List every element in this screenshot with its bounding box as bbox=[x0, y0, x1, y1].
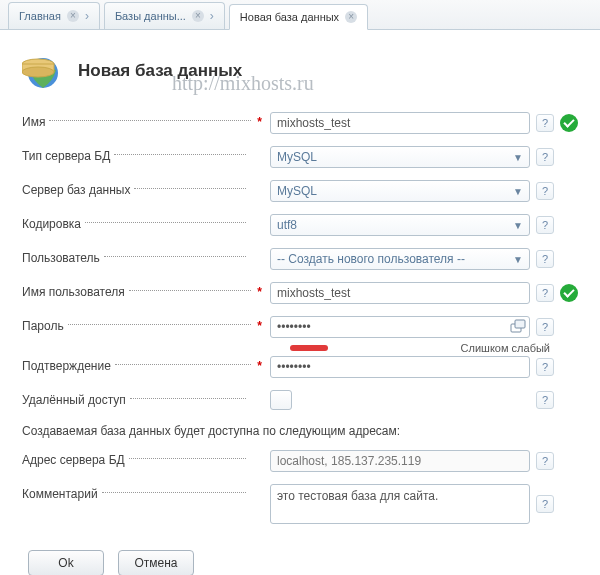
ok-button[interactable]: Ok bbox=[28, 550, 104, 575]
label-encoding: Кодировка bbox=[22, 217, 81, 231]
help-icon[interactable]: ? bbox=[536, 284, 554, 302]
tab-bar: Главная × › Базы данны... × › Новая база… bbox=[0, 0, 600, 30]
user-select[interactable]: -- Создать нового пользователя --▼ bbox=[270, 248, 530, 270]
label-db-server: Сервер баз данных bbox=[22, 183, 130, 197]
row-encoding: Кодировка utf8▼ ? bbox=[22, 214, 578, 238]
row-comment: Комментарий ? bbox=[22, 484, 578, 524]
page-content: Новая база данных http://mixhosts.ru Имя… bbox=[0, 30, 600, 575]
tab-main[interactable]: Главная × › bbox=[8, 2, 100, 29]
confirm-input[interactable] bbox=[270, 356, 530, 378]
chevron-down-icon: ▼ bbox=[513, 152, 523, 163]
chevron-down-icon: ▼ bbox=[513, 186, 523, 197]
svg-point-3 bbox=[22, 67, 54, 77]
help-icon[interactable]: ? bbox=[536, 182, 554, 200]
page-title: Новая база данных bbox=[78, 61, 242, 81]
remote-checkbox[interactable] bbox=[270, 390, 292, 410]
cancel-button[interactable]: Отмена bbox=[118, 550, 194, 575]
required-icon: * bbox=[257, 359, 262, 373]
server-addr-input bbox=[270, 450, 530, 472]
row-confirm: Подтверждение* ? bbox=[22, 356, 578, 380]
close-icon[interactable]: × bbox=[192, 10, 204, 22]
chevron-right-icon: › bbox=[85, 9, 89, 23]
chevron-down-icon: ▼ bbox=[513, 254, 523, 265]
row-username: Имя пользователя* ? bbox=[22, 282, 578, 306]
help-icon[interactable]: ? bbox=[536, 216, 554, 234]
close-icon[interactable]: × bbox=[67, 10, 79, 22]
page-header: Новая база данных http://mixhosts.ru bbox=[22, 50, 578, 92]
username-input[interactable] bbox=[270, 282, 530, 304]
label-confirm: Подтверждение bbox=[22, 359, 111, 373]
row-name: Имя* ? bbox=[22, 112, 578, 136]
label-user: Пользователь bbox=[22, 251, 100, 265]
check-ok-icon bbox=[560, 284, 578, 302]
help-icon[interactable]: ? bbox=[536, 358, 554, 376]
row-db-server: Сервер баз данных MySQL▼ ? bbox=[22, 180, 578, 204]
help-icon[interactable]: ? bbox=[536, 318, 554, 336]
db-server-select[interactable]: MySQL▼ bbox=[270, 180, 530, 202]
label-username: Имя пользователя bbox=[22, 285, 125, 299]
password-generate-icon[interactable] bbox=[510, 319, 526, 335]
help-icon[interactable]: ? bbox=[536, 250, 554, 268]
server-type-select[interactable]: MySQL▼ bbox=[270, 146, 530, 168]
help-icon[interactable]: ? bbox=[536, 148, 554, 166]
tab-databases[interactable]: Базы данны... × › bbox=[104, 2, 225, 29]
name-input[interactable] bbox=[270, 112, 530, 134]
row-user: Пользователь -- Создать нового пользоват… bbox=[22, 248, 578, 272]
password-strength: Слишком слабый bbox=[290, 342, 550, 354]
close-icon[interactable]: × bbox=[345, 11, 357, 23]
comment-textarea[interactable] bbox=[270, 484, 530, 524]
help-icon[interactable]: ? bbox=[536, 495, 554, 513]
address-note: Создаваемая база данных будет доступна п… bbox=[22, 424, 578, 438]
help-icon[interactable]: ? bbox=[536, 114, 554, 132]
label-remote: Удалённый доступ bbox=[22, 393, 126, 407]
label-name: Имя bbox=[22, 115, 45, 129]
svg-rect-5 bbox=[515, 320, 525, 328]
tab-label: Главная bbox=[19, 10, 61, 22]
button-bar: Ok Отмена bbox=[22, 550, 578, 575]
tab-label: Базы данны... bbox=[115, 10, 186, 22]
tab-new-database[interactable]: Новая база данных × bbox=[229, 4, 368, 30]
password-strength-label: Слишком слабый bbox=[461, 342, 550, 354]
password-input[interactable] bbox=[270, 316, 530, 338]
label-server-addr: Адрес сервера БД bbox=[22, 453, 125, 467]
row-remote: Удалённый доступ ? bbox=[22, 390, 578, 414]
row-server-addr: Адрес сервера БД ? bbox=[22, 450, 578, 474]
password-strength-bar bbox=[290, 345, 328, 351]
chevron-right-icon: › bbox=[210, 9, 214, 23]
chevron-down-icon: ▼ bbox=[513, 220, 523, 231]
database-world-icon bbox=[22, 50, 64, 92]
help-icon[interactable]: ? bbox=[536, 452, 554, 470]
row-server-type: Тип сервера БД MySQL▼ ? bbox=[22, 146, 578, 170]
encoding-select[interactable]: utf8▼ bbox=[270, 214, 530, 236]
row-password: Пароль* ? bbox=[22, 316, 578, 340]
label-comment: Комментарий bbox=[22, 487, 98, 501]
required-icon: * bbox=[257, 319, 262, 333]
check-ok-icon bbox=[560, 114, 578, 132]
required-icon: * bbox=[257, 115, 262, 129]
required-icon: * bbox=[257, 285, 262, 299]
label-password: Пароль bbox=[22, 319, 64, 333]
tab-label: Новая база данных bbox=[240, 11, 339, 23]
help-icon[interactable]: ? bbox=[536, 391, 554, 409]
label-server-type: Тип сервера БД bbox=[22, 149, 110, 163]
